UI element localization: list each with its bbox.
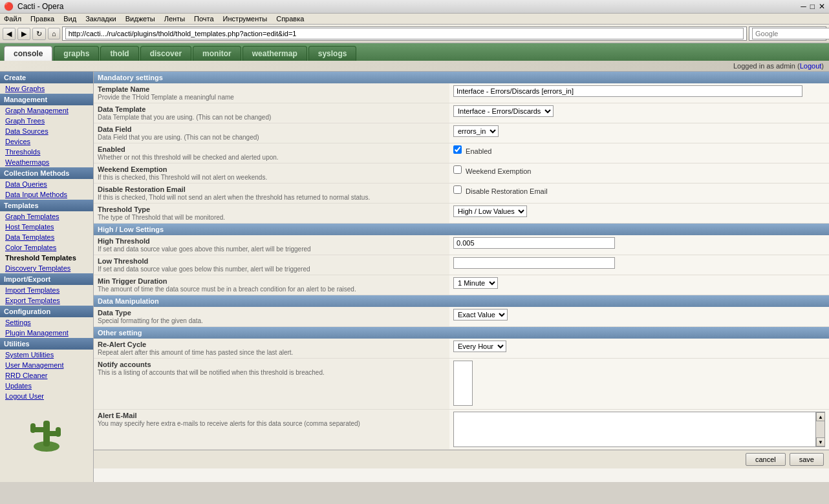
- data-type-desc: Special formatting for the given data.: [98, 317, 446, 324]
- tab-syslogs[interactable]: syslogs: [308, 46, 357, 61]
- alert-email-desc: You may specify here extra e-mails to re…: [98, 420, 446, 427]
- enabled-desc: Whether or not this threshold will be ch…: [98, 154, 446, 161]
- disable-restoration-label: Disable Restoration Email: [98, 185, 446, 193]
- minimize-icon[interactable]: ─: [801, 2, 806, 11]
- bottom-bar: cancel save: [94, 450, 829, 468]
- table-row: Enabled Whether or not this threshold wi…: [94, 143, 829, 163]
- sidebar-item-devices[interactable]: Devices: [0, 136, 93, 147]
- data-manipulation-table: Data Type Special formatting for the giv…: [94, 307, 829, 327]
- close-icon[interactable]: ✕: [819, 2, 825, 11]
- sidebar-item-user-management[interactable]: User Management: [0, 360, 93, 370]
- back-button[interactable]: ◀: [3, 28, 16, 40]
- menu-file[interactable]: Файл: [4, 15, 21, 23]
- sidebar-item-data-sources[interactable]: Data Sources: [0, 126, 93, 136]
- data-type-select[interactable]: Exact Value: [453, 309, 508, 320]
- notify-accounts-textarea[interactable]: [453, 361, 473, 406]
- sidebar-section-create: Create: [0, 72, 93, 83]
- top-bar: Logged in as admin (Logout): [0, 61, 829, 72]
- sidebar-item-discovery-templates[interactable]: Discovery Templates: [0, 263, 93, 273]
- menu-edit[interactable]: Правка: [30, 15, 54, 23]
- sidebar-item-host-templates[interactable]: Host Templates: [0, 222, 93, 232]
- sidebar-item-export-templates[interactable]: Export Templates: [0, 295, 93, 306]
- sidebar-item-data-queries[interactable]: Data Queries: [0, 179, 93, 189]
- cacti-logo-icon: [24, 408, 69, 453]
- cancel-button[interactable]: cancel: [746, 453, 786, 466]
- reload-button[interactable]: ↻: [32, 28, 46, 40]
- sidebar-item-data-input-methods[interactable]: Data Input Methods: [0, 189, 93, 200]
- tab-monitor[interactable]: monitor: [193, 46, 241, 61]
- menu-widgets[interactable]: Виджеты: [125, 15, 155, 23]
- enabled-checkbox[interactable]: [453, 145, 462, 154]
- tab-discover[interactable]: discover: [140, 46, 191, 61]
- sidebar-item-rrd-cleaner[interactable]: RRD Cleaner: [0, 370, 93, 381]
- sidebar-item-graph-templates[interactable]: Graph Templates: [0, 211, 93, 222]
- forward-button[interactable]: ▶: [17, 28, 30, 40]
- browser-menubar: Файл Правка Вид Закладки Виджеты Ленты П…: [0, 14, 829, 25]
- menu-view[interactable]: Вид: [63, 15, 76, 23]
- sidebar-item-graph-management[interactable]: Graph Management: [0, 105, 93, 116]
- address-bar[interactable]: [62, 26, 747, 41]
- tab-weathermap[interactable]: weathermap: [242, 46, 307, 61]
- sidebar-section-configuration: Configuration: [0, 306, 93, 317]
- re-alert-cycle-select[interactable]: Every Hour: [453, 341, 506, 352]
- svg-rect-5: [56, 427, 61, 437]
- sidebar-item-settings[interactable]: Settings: [0, 317, 93, 328]
- tab-console[interactable]: console: [4, 46, 52, 61]
- logout-link[interactable]: Logout: [800, 62, 822, 70]
- table-row: Disable Restoration Email If this is che…: [94, 184, 829, 204]
- high-threshold-input[interactable]: [453, 237, 615, 249]
- sidebar-item-thresholds[interactable]: Thresholds: [0, 147, 93, 157]
- data-field-select[interactable]: errors_in: [453, 125, 499, 137]
- search-input[interactable]: [752, 28, 829, 39]
- browser-titlebar: 🔴 Cacti - Opera ─ □ ✕: [0, 0, 829, 14]
- browser-toolbar: ◀ ▶ ↻ ⌂: [0, 25, 829, 43]
- data-template-select[interactable]: Interface - Errors/Discards: [453, 105, 554, 117]
- sidebar-section-import-export: Import/Export: [0, 273, 93, 285]
- sidebar-section-management: Management: [0, 94, 93, 105]
- menu-feeds[interactable]: Ленты: [164, 15, 185, 23]
- high-low-table: High Threshold If set and data source va…: [94, 235, 829, 295]
- sidebar-item-system-utilities[interactable]: System Utilities: [0, 350, 93, 360]
- scrollbar: ▲ ▼: [816, 412, 825, 447]
- sidebar-item-logout-user[interactable]: Logout User: [0, 391, 93, 401]
- high-low-settings-header: High / Low Settings: [94, 224, 829, 235]
- sidebar-item-data-templates[interactable]: Data Templates: [0, 232, 93, 242]
- save-button[interactable]: save: [790, 453, 824, 466]
- tab-thold[interactable]: thold: [100, 46, 138, 61]
- low-threshold-label: Low Threshold: [98, 257, 446, 265]
- menu-mail[interactable]: Почта: [194, 15, 214, 23]
- menu-tools[interactable]: Инструменты: [223, 15, 268, 23]
- weekend-exemption-desc: If this is checked, this Threshold will …: [98, 174, 446, 181]
- disable-restoration-checkbox[interactable]: [453, 185, 462, 194]
- tab-graphs[interactable]: graphs: [54, 46, 99, 61]
- logged-in-text: Logged in as admin: [733, 62, 795, 70]
- sidebar-item-new-graphs[interactable]: New Graphs: [0, 83, 93, 94]
- table-row: Data Field Data Field that you are using…: [94, 123, 829, 143]
- address-input[interactable]: [65, 28, 744, 39]
- sidebar-section-templates: Templates: [0, 200, 93, 211]
- weekend-exemption-checkbox[interactable]: [453, 165, 462, 174]
- template-name-input[interactable]: [453, 85, 802, 97]
- svg-rect-3: [30, 423, 36, 433]
- sidebar-item-threshold-templates[interactable]: Threshold Templates: [0, 253, 93, 263]
- other-setting-header: Other setting: [94, 327, 829, 339]
- scrollbar-down-btn[interactable]: ▼: [816, 437, 825, 446]
- sidebar-item-weathermaps[interactable]: Weathermaps: [0, 157, 93, 167]
- sidebar-item-plugin-management[interactable]: Plugin Management: [0, 328, 93, 338]
- sidebar-item-updates[interactable]: Updates: [0, 381, 93, 391]
- sidebar-item-import-templates[interactable]: Import Templates: [0, 285, 93, 295]
- menu-bookmarks[interactable]: Закладки: [85, 15, 116, 23]
- maximize-icon[interactable]: □: [810, 2, 815, 11]
- data-field-desc: Data Field that you are using. (This can…: [98, 134, 446, 141]
- search-bar[interactable]: [749, 26, 826, 41]
- scrollbar-up-btn[interactable]: ▲: [816, 412, 825, 421]
- sidebar-item-graph-trees[interactable]: Graph Trees: [0, 116, 93, 126]
- low-threshold-input[interactable]: [453, 257, 615, 269]
- home-button[interactable]: ⌂: [48, 28, 60, 39]
- alert-email-textarea[interactable]: [453, 412, 816, 447]
- sidebar-item-color-templates[interactable]: Color Templates: [0, 242, 93, 253]
- min-trigger-select[interactable]: 1 Minute: [453, 277, 498, 289]
- threshold-type-select[interactable]: High / Low Values: [453, 205, 527, 217]
- threshold-type-desc: The type of Threshold that will be monit…: [98, 214, 446, 221]
- menu-help[interactable]: Справка: [276, 15, 304, 23]
